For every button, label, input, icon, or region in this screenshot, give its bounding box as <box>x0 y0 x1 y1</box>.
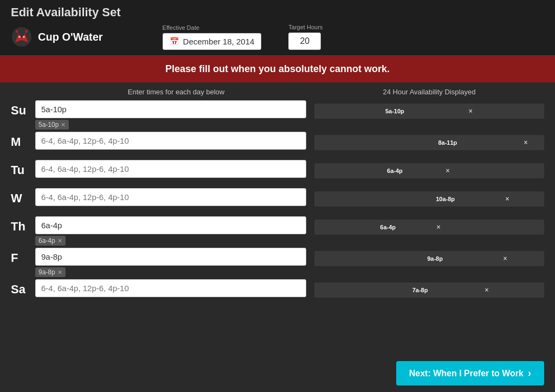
day-bar-area: 10a-8p× <box>306 188 544 207</box>
day-bar-area: 9a-8p× <box>306 248 544 266</box>
availability-bar: 5a-10p× <box>314 104 475 119</box>
bar-text: 6a-4p <box>387 168 403 174</box>
bar-wrapper: 6a-4p× <box>314 220 544 235</box>
day-input-area <box>35 279 306 297</box>
tag-text: 9a-8p <box>38 268 55 276</box>
tag-remove-icon[interactable]: ✕ <box>57 269 62 276</box>
bar-text: 7a-8p <box>412 287 428 293</box>
tag: 5a-10p✕ <box>35 120 69 130</box>
availability-bar: 7a-8p× <box>349 282 492 298</box>
availability-bar: 6a-4p× <box>333 220 443 235</box>
effective-date-area: Effective Date 📅 December 18, 2014 <box>163 24 262 50</box>
bar-text: 5a-10p <box>385 108 404 114</box>
header: Edit Availability Set Cup O'Water Effect… <box>0 0 555 56</box>
time-input[interactable] <box>35 188 306 206</box>
days-container: Su5a-10p✕5a-10p×M8a-11p×Tu6a-4p×W10a-8p×… <box>11 100 544 305</box>
day-label: M <box>11 132 35 149</box>
day-label: Tu <box>11 160 35 177</box>
availability-bar: 8a-11p× <box>365 135 530 150</box>
svg-point-0 <box>12 27 31 47</box>
availability-bar: 9a-8p× <box>360 251 510 266</box>
svg-point-5 <box>23 36 25 38</box>
day-bar-area: 6a-4p× <box>306 160 544 178</box>
target-hours-area: Target Hours 20 <box>288 24 322 50</box>
bar-text: 10a-8p <box>436 196 455 202</box>
next-button[interactable]: Next: When I Prefer to Work › <box>396 361 544 385</box>
day-row: M8a-11p× <box>11 132 544 158</box>
day-input-area: 9a-8p✕ <box>35 248 306 277</box>
tag-text: 5a-10p <box>38 121 59 128</box>
tag: 6a-4p✕ <box>35 236 66 246</box>
bar-wrapper: 10a-8p× <box>314 191 544 207</box>
effective-date-input[interactable]: 📅 December 18, 2014 <box>163 33 262 50</box>
availability-bar: 10a-8p× <box>379 191 512 207</box>
time-input[interactable] <box>35 248 306 266</box>
time-input[interactable] <box>35 132 306 150</box>
tag-area: 6a-4p✕ <box>35 236 306 246</box>
next-button-label: Next: When I Prefer to Work <box>409 369 524 378</box>
col-header-left: Enter times for each day below <box>38 88 314 96</box>
logo-area: Cup O'Water <box>11 26 103 48</box>
day-label: Su <box>11 100 35 118</box>
svg-point-4 <box>18 36 21 38</box>
logo-icon <box>11 26 33 48</box>
bar-wrapper: 8a-11p× <box>314 135 544 150</box>
header-row: Cup O'Water Effective Date 📅 December 18… <box>11 24 544 50</box>
bar-close-icon[interactable]: × <box>506 195 509 203</box>
company-name: Cup O'Water <box>38 31 103 43</box>
bar-text: 9a-8p <box>427 255 443 262</box>
bar-text: 6a-4p <box>380 224 396 230</box>
content: Enter times for each day below 24 Hour A… <box>0 82 555 355</box>
time-input[interactable] <box>35 160 306 178</box>
tag-area: 5a-10p✕ <box>35 120 306 130</box>
bar-close-icon[interactable]: × <box>485 286 488 294</box>
tag-text: 6a-4p <box>38 237 55 245</box>
day-row: F9a-8p✕9a-8p× <box>11 248 544 277</box>
tag: 9a-8p✕ <box>35 267 66 277</box>
time-input[interactable] <box>35 100 306 118</box>
bar-wrapper: 5a-10p× <box>314 104 544 119</box>
time-input[interactable] <box>35 216 306 234</box>
bar-wrapper: 9a-8p× <box>314 251 544 266</box>
page-wrapper: Edit Availability Set Cup O'Water Effect… <box>0 0 555 392</box>
bar-close-icon[interactable]: × <box>446 167 449 175</box>
effective-date-value: December 18, 2014 <box>183 37 255 46</box>
day-bar-area: 7a-8p× <box>306 279 544 298</box>
time-input[interactable] <box>35 279 306 297</box>
day-row: W10a-8p× <box>11 188 544 214</box>
day-bar-area: 8a-11p× <box>306 132 544 150</box>
day-input-area: 6a-4p✕ <box>35 216 306 246</box>
day-label: F <box>11 248 35 265</box>
tag-remove-icon[interactable]: ✕ <box>61 121 66 128</box>
day-row: Tu6a-4p× <box>11 160 544 186</box>
page-title: Edit Availability Set <box>11 5 544 20</box>
day-bar-area: 6a-4p× <box>306 216 544 235</box>
bar-close-icon[interactable]: × <box>469 107 473 115</box>
bar-close-icon[interactable]: × <box>436 223 440 231</box>
bar-close-icon[interactable]: × <box>503 255 507 262</box>
calendar-icon: 📅 <box>170 37 179 46</box>
day-label: W <box>11 188 35 205</box>
day-label: Sa <box>11 279 35 297</box>
availability-bar: 6a-4p× <box>337 163 452 178</box>
bar-wrapper: 7a-8p× <box>314 282 544 298</box>
tag-remove-icon[interactable]: ✕ <box>57 237 62 245</box>
footer: Next: When I Prefer to Work › <box>0 355 555 392</box>
tag-area: 9a-8p✕ <box>35 267 306 277</box>
day-input-area: 5a-10p✕ <box>35 100 306 130</box>
bar-wrapper: 6a-4p× <box>314 163 544 178</box>
bar-text: 8a-11p <box>438 139 457 146</box>
day-input-area <box>35 160 306 178</box>
day-row: Su5a-10p✕5a-10p× <box>11 100 544 130</box>
banner-text: Please fill out when you absolutely cann… <box>165 63 390 74</box>
target-hours-input[interactable]: 20 <box>288 33 321 50</box>
next-arrow-icon: › <box>528 368 531 379</box>
day-label: Th <box>11 216 35 234</box>
column-headers: Enter times for each day below 24 Hour A… <box>11 88 544 96</box>
day-row: Th6a-4p✕6a-4p× <box>11 216 544 246</box>
bar-close-icon[interactable]: × <box>524 139 528 146</box>
day-row: Sa7a-8p× <box>11 279 544 305</box>
day-bar-area: 5a-10p× <box>306 100 544 119</box>
effective-date-label: Effective Date <box>163 24 262 31</box>
col-header-right: 24 Hour Availability Displayed <box>314 88 544 96</box>
